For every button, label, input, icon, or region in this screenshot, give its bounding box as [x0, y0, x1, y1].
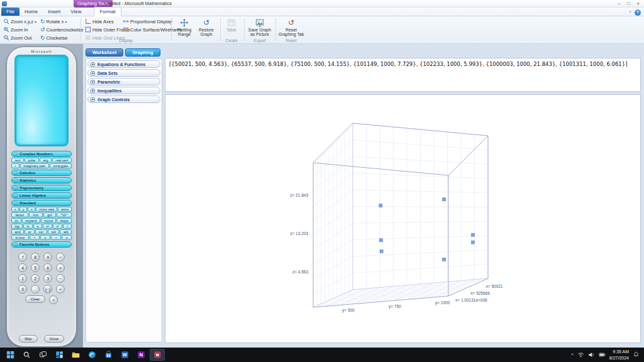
tray-chevron-up-icon[interactable]: ^ [571, 352, 574, 358]
calc-button-x[interactable]: x [11, 207, 19, 212]
calc-button-xor[interactable]: xor [35, 229, 47, 234]
calc-button-store[interactable]: store [58, 207, 72, 212]
restore-graph-button[interactable]: ↺ Restore Graph [196, 18, 216, 39]
calc-button-gcf[interactable]: gcf [43, 212, 56, 217]
calc-section-trigonometry[interactable]: +Trigonometry [11, 185, 72, 191]
start-icon[interactable] [3, 349, 18, 361]
store-icon[interactable] [101, 349, 116, 361]
calc-button-[interactable]: √ [63, 224, 72, 229]
calc-button-[interactable]: > [51, 235, 61, 240]
onenote-icon[interactable]: N [133, 349, 148, 361]
keypad-key-7[interactable]: 7 [18, 253, 27, 261]
expand-plus-icon[interactable]: + [91, 71, 95, 75]
keypad-key-5[interactable]: 5 [31, 263, 40, 272]
calc-button-round[interactable]: round [41, 218, 57, 223]
calc-section-calculus[interactable]: +Calculus [11, 170, 72, 176]
calc-button-[interactable]: ≤ [40, 235, 50, 240]
word-icon[interactable]: W [117, 349, 132, 361]
battery-icon[interactable] [599, 349, 606, 361]
keypad-key-0[interactable]: 0 [18, 285, 27, 293]
task-view-icon[interactable] [35, 349, 50, 361]
calc-button-[interactable]: ≥ [62, 235, 72, 240]
expand-plus-icon[interactable]: + [91, 97, 95, 102]
calc-button-log[interactable]: log [11, 224, 23, 229]
keypad-key-equals[interactable]: = [49, 295, 58, 304]
calc-button-imaginary-part[interactable]: imaginary part [20, 163, 49, 168]
skip-button[interactable]: Skip [19, 335, 38, 343]
wifi-icon[interactable] [577, 349, 584, 361]
tab-graphing[interactable]: Graphing [125, 48, 160, 57]
calc-button-factor[interactable]: factor [11, 212, 28, 217]
keypad-key-4[interactable]: 4 [18, 263, 27, 272]
graph-canvas[interactable]: z= 21.843z= 13.203z= 4.563y= 500y= 750y=… [165, 94, 641, 343]
panel-item-inequalities[interactable]: +Inequalities [87, 87, 160, 94]
calc-button-10[interactable]: *10^ [57, 212, 72, 217]
tab-home[interactable]: Home [19, 8, 43, 16]
file-explorer-icon[interactable] [68, 349, 83, 361]
calc-button-ln[interactable]: ln [23, 224, 33, 229]
calc-section-favorite-buttons[interactable]: +Favorite Buttons [11, 241, 72, 248]
calc-button-or[interactable]: or [25, 229, 35, 234]
expand-toggle-icon[interactable]: + [14, 186, 18, 190]
minimize-icon[interactable]: – [614, 0, 624, 7]
calc-button-real-part[interactable]: real part [52, 158, 72, 163]
close-icon[interactable]: × [633, 0, 643, 7]
dataset-expression[interactable]: [{50021, 500, 4.563}, {65537, 500, 6.918… [165, 58, 641, 92]
search-icon[interactable] [19, 349, 34, 361]
zoom-dropdown[interactable]: Zoom x,y,z ▾ [1, 18, 38, 25]
calc-button-z[interactable]: z [28, 207, 35, 212]
keypad-key-8[interactable]: 8 [31, 253, 40, 261]
calc-button-[interactable]: < [30, 235, 40, 240]
expand-plus-icon[interactable]: + [91, 62, 95, 67]
notification-bell-icon[interactable] [633, 349, 640, 361]
keypad-key-1[interactable]: 1 [18, 274, 27, 283]
calc-section-complex-numbers[interactable]: +Complex Numbers [11, 151, 72, 157]
keypad-key-[interactable]: ÷ [56, 253, 65, 261]
calc-section-statistics[interactable]: +Statistics [11, 177, 72, 184]
expand-plus-icon[interactable]: + [91, 80, 95, 84]
counterclockwise-button[interactable]: ↺ Counterclockwise [39, 26, 84, 33]
tab-insert[interactable]: Insert [43, 8, 65, 16]
calc-button-e[interactable]: e [33, 224, 42, 229]
taskbar-clock[interactable]: 9:35 AM 8/27/2024 [609, 349, 629, 361]
expand-toggle-icon[interactable]: + [14, 194, 18, 197]
calc-button-and[interactable]: and [11, 229, 24, 234]
calc-button-expand[interactable]: expand [22, 218, 40, 223]
keypad-key-[interactable]: − [56, 274, 65, 283]
mathematics-icon[interactable]: π [150, 349, 165, 361]
clockwise-button[interactable]: ↻ Clockwise [39, 34, 84, 41]
tab-view[interactable]: View [65, 8, 86, 16]
calc-button-polar[interactable]: polar [25, 158, 39, 163]
calc-button-lcm[interactable]: lcm [29, 212, 43, 217]
expand-plus-icon[interactable]: + [91, 89, 95, 93]
calc-button-not[interactable]: not [48, 229, 60, 234]
collapse-toggle-icon[interactable]: + [14, 152, 18, 156]
help-icon[interactable]: ? [635, 9, 641, 16]
expand-toggle-icon[interactable]: + [14, 178, 18, 182]
volume-icon[interactable] [588, 349, 595, 361]
calc-button-slope[interactable]: slope [57, 218, 72, 223]
calc-button-is-true[interactable]: is true [11, 235, 29, 240]
calc-button-i[interactable]: i [11, 163, 19, 168]
calc-section-standard[interactable]: +Standard [11, 200, 72, 206]
zoom-out-button[interactable]: Zoom Out [1, 34, 38, 41]
collapse-toggle-icon[interactable]: + [14, 201, 18, 205]
plotting-range-button[interactable]: Plotting Range [174, 18, 195, 39]
calc-button-arg[interactable]: arg [40, 158, 52, 163]
tab-format[interactable]: Format [94, 7, 121, 16]
calc-button-y[interactable]: y [19, 207, 27, 212]
grow-button[interactable]: Grow [44, 335, 64, 343]
maximize-icon[interactable]: □ [624, 0, 633, 7]
panel-item-equations-functions[interactable]: +Equations & Functions [87, 60, 160, 68]
expand-toggle-icon[interactable]: + [14, 171, 18, 175]
widgets-icon[interactable] [52, 349, 67, 361]
calc-button-conjugate[interactable]: conjugate [50, 163, 72, 168]
keypad-key-[interactable]: (−) [43, 285, 52, 293]
keypad-key-[interactable]: + [56, 285, 65, 293]
calc-section-linear-algebra[interactable]: +Linear Algebra [11, 192, 72, 199]
calc-button-x[interactable]: xʸ [53, 224, 62, 229]
reset-graphing-tab-button[interactable]: ↺ Reset Graphing Tab [278, 18, 304, 39]
calc-button-rect[interactable]: rect [11, 158, 24, 163]
save-graph-as-picture-button[interactable]: Save Graph as Picture [247, 18, 273, 39]
keypad-key-9[interactable]: 9 [43, 253, 52, 261]
